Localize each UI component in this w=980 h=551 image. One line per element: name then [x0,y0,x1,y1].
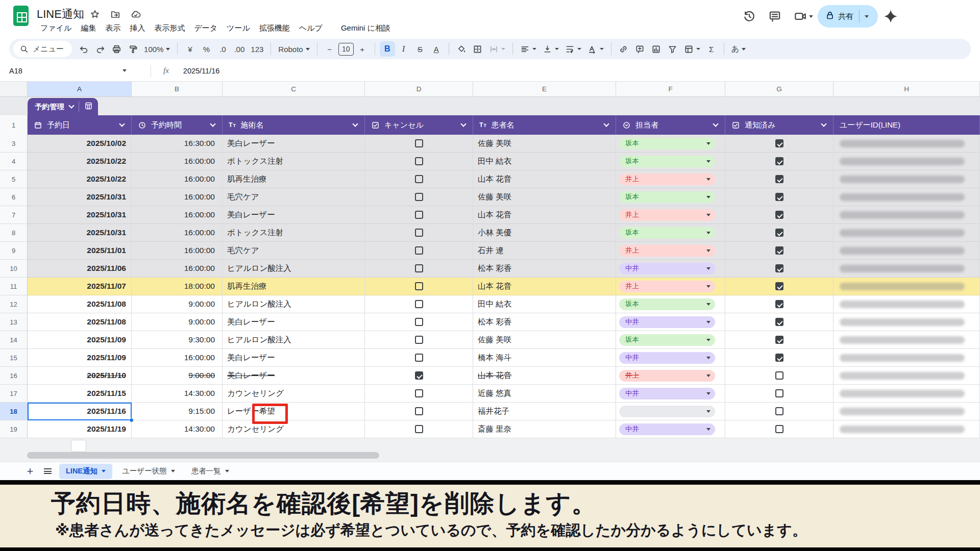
menu-ツール[interactable]: ツール [222,22,255,35]
staff-dropdown[interactable]: 井上 [619,173,715,185]
cell-time[interactable]: 16:00:00 [132,349,223,367]
notified-checkbox[interactable] [775,300,783,308]
cell-time[interactable]: 16:00:00 [132,170,223,188]
cell-patient[interactable]: 山本 花音 [473,367,616,385]
cancel-checkbox[interactable] [415,211,423,219]
cell-user-id[interactable] [834,313,980,331]
cell-time[interactable]: 18:00:00 [132,278,223,295]
column-header-E[interactable]: E [473,82,616,97]
notified-checkbox[interactable] [775,264,783,272]
cell-date[interactable]: 2025/11/09 [28,349,132,367]
cell-user-id[interactable] [834,206,980,224]
cell-patient[interactable]: 斎藤 里奈 [473,420,616,438]
cell-cancel[interactable] [365,367,473,385]
cell-staff[interactable]: 井上 [616,367,725,385]
notified-checkbox[interactable] [775,389,783,397]
cell-treatment[interactable]: 毛穴ケア [223,188,365,206]
cell-cancel[interactable] [365,224,473,242]
cell-patient[interactable]: 橋本 海斗 [473,349,616,367]
fill-handle[interactable] [129,418,134,422]
cell-staff[interactable]: 坂本 [616,224,725,242]
cell-cancel[interactable] [365,295,473,313]
all-sheets-button[interactable] [39,464,56,479]
cell-time[interactable]: 16:00:00 [132,242,223,260]
cell-treatment[interactable]: ヒアルロン酸注入 [223,331,365,349]
cell-time[interactable]: 14:30:00 [132,385,223,403]
cell-notified[interactable] [725,331,834,349]
cell-date[interactable]: 2025/11/07 [28,278,132,295]
share-dropdown-caret[interactable] [865,15,869,18]
cell-date[interactable]: 2025/11/19 [28,420,132,438]
cell-patient[interactable]: 松本 彩香 [473,313,616,331]
staff-dropdown[interactable]: 中井 [619,316,715,328]
menu-gemini[interactable]: Gemini に相談 [336,22,395,35]
cell-staff[interactable]: 坂本 [616,331,725,349]
cancel-checkbox[interactable] [415,193,423,201]
row-header-18[interactable]: 18 [0,403,28,420]
staff-dropdown[interactable]: 井上 [619,245,715,257]
column-header-H[interactable]: H [834,82,980,97]
cell-cancel[interactable] [365,349,473,367]
cell-time[interactable]: 16:30:00 [132,135,223,153]
staff-dropdown[interactable]: 中井 [619,263,715,274]
cell-patient[interactable]: 福井花子 [473,403,616,420]
column-header-F[interactable]: F [616,82,725,97]
row-header-16[interactable]: 16 [0,367,28,385]
cell-date[interactable]: 2025/10/02 [28,135,132,153]
notified-checkbox[interactable] [775,282,783,290]
cell-treatment[interactable]: カウンセリング [223,420,365,438]
row-header-12[interactable]: 12 [0,295,28,313]
cell-time[interactable]: 9:00:00 [132,313,223,331]
table-header-E[interactable]: TT患者名 [473,115,616,135]
cell-patient[interactable]: 小林 美優 [473,224,616,242]
staff-dropdown[interactable]: 井上 [619,281,715,292]
staff-dropdown[interactable]: 井上 [619,370,715,382]
cancel-checkbox[interactable] [415,407,423,415]
cell-date[interactable]: 2025/11/01 [28,242,132,260]
cell-treatment[interactable]: ボトックス注射 [223,153,365,170]
cell-time[interactable]: 16:00:00 [132,153,223,170]
font-size-input[interactable]: 10 [338,43,354,56]
row-header-19[interactable]: 19 [0,420,28,438]
cancel-checkbox[interactable] [415,300,423,308]
text-rotation-icon[interactable] [585,41,606,57]
row-header-11[interactable]: 11 [0,278,28,295]
name-box[interactable]: A18 [0,60,151,81]
staff-dropdown[interactable]: 中井 [619,423,715,435]
cell-patient[interactable]: 佐藤 美咲 [473,188,616,206]
cell-user-id[interactable] [834,367,980,385]
cancel-checkbox[interactable] [415,264,423,272]
filter-icon[interactable] [665,41,680,57]
cell-patient[interactable]: 田中 結衣 [473,153,616,170]
cell-notified[interactable] [725,170,834,188]
cell-time[interactable]: 9:30:00 [132,331,223,349]
table-header-D[interactable]: キャンセル [365,115,473,135]
row-header-1[interactable]: 1 [0,115,28,135]
cell-treatment[interactable]: 美白レーザー [223,135,365,153]
formula-input[interactable]: 2025/11/16 [183,67,220,75]
cell-patient[interactable]: 田中 結衣 [473,295,616,313]
cancel-checkbox[interactable] [415,139,423,147]
cell-notified[interactable] [725,278,834,295]
staff-dropdown[interactable]: 坂本 [619,227,715,239]
cell-user-id[interactable] [834,153,980,170]
functions-button[interactable]: Σ [704,41,719,57]
staff-dropdown[interactable] [619,406,715,417]
sheet-tab-LINE通知[interactable]: LINE通知 [59,464,112,479]
cell-time[interactable]: 16:00:00 [132,188,223,206]
row-header-13[interactable]: 13 [0,313,28,331]
select-all-corner[interactable] [0,82,28,97]
row-header-14[interactable]: 14 [0,331,28,349]
cell-patient[interactable]: 佐藤 美咲 [473,135,616,153]
table-header-B[interactable]: 予約時間 [132,115,223,135]
more-formats-button[interactable]: 123 [248,41,266,57]
strikethrough-button[interactable]: S [412,41,428,57]
table-header-A[interactable]: 予約日 [28,115,132,135]
move-folder-icon[interactable] [110,9,120,21]
column-header-D[interactable]: D [365,82,473,97]
staff-dropdown[interactable]: 中井 [619,352,715,364]
cell-cancel[interactable] [365,188,473,206]
cancel-checkbox[interactable] [415,354,423,362]
cancel-checkbox[interactable] [415,371,423,380]
row-header-8[interactable]: 8 [0,224,28,242]
